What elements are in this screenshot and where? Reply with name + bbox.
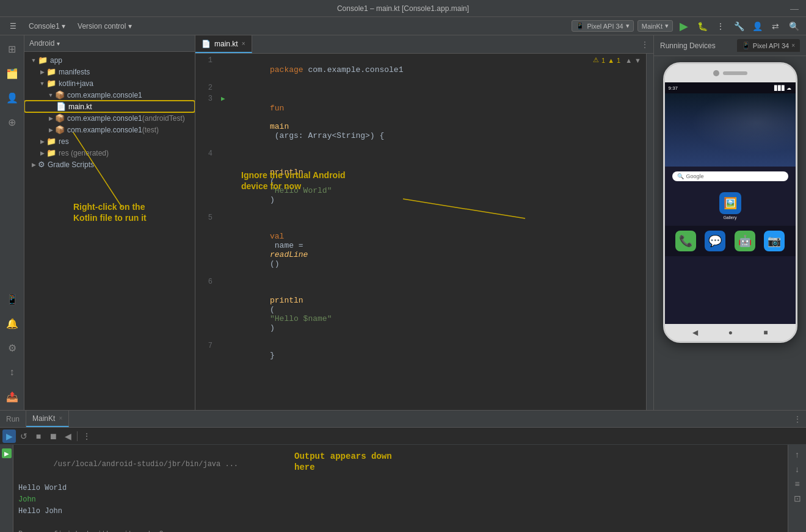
device-tab-close[interactable]: ×: [791, 42, 795, 49]
tab-main-kt[interactable]: 📄 main.kt ×: [195, 35, 252, 53]
tab-close-btn[interactable]: ×: [242, 40, 245, 47]
tree-item-com-example[interactable]: ▼ 📦 com.example.console1: [24, 89, 195, 101]
tree-label-manifests: manifests: [59, 68, 90, 76]
toolbar-close-btn[interactable]: ⏹: [46, 430, 60, 443]
project-selector[interactable]: Console1: [24, 20, 70, 32]
main-area: ⊞ 🗂️ 👤 ⊕ 📱 🔔 ⚙ ↕ 📤 Android ▾ ▼ 📁 app: [0, 35, 806, 410]
bottom-tab-run-label: Run: [6, 415, 20, 423]
side-icon-2[interactable]: ↓: [795, 464, 799, 474]
debug-button[interactable]: 🐛: [695, 19, 710, 34]
line-content-6: println ( "Hello $name" ): [220, 278, 653, 342]
android-label: Android: [29, 39, 54, 48]
phone-nav-recent[interactable]: ■: [763, 328, 768, 337]
side-icon-1[interactable]: ↑: [795, 450, 799, 459]
tree-arrow-app: ▼: [29, 57, 38, 63]
run-play-btn[interactable]: ▶: [2, 448, 12, 458]
android-phone-emulator: 9:37 ▊▊▊ ☁ 🔍 Google: [663, 62, 797, 343]
toolbar-pin-btn[interactable]: ◀: [61, 430, 74, 443]
line-content-1: package com.example.console1: [220, 56, 653, 84]
tree-label-res-generated: res (generated): [59, 149, 109, 157]
annotation-ignore-android: Ignore the virtual Androiddevice for now: [241, 170, 346, 192]
console-exit-line: Process finished with exit code 0: [18, 529, 784, 532]
run-config-selector[interactable]: MainKt ▾: [637, 20, 673, 32]
nav-up-icon[interactable]: ▲: [625, 57, 632, 64]
tab-label: main.kt: [214, 40, 238, 48]
device-tab-icon: 📱: [742, 41, 750, 49]
tree-item-gradle-scripts[interactable]: ▶ ⚙ Gradle Scripts: [24, 159, 195, 170]
run-button[interactable]: ▶: [677, 19, 691, 34]
phone-screen[interactable]: 9:37 ▊▊▊ ☁ 🔍 Google: [665, 82, 796, 324]
phone-dock-android[interactable]: 🤖: [735, 231, 755, 251]
sidebar-header[interactable]: Android ▾: [24, 35, 195, 52]
nav-down-icon[interactable]: ▼: [634, 57, 641, 64]
tree-arrow-com-example: ▼: [46, 92, 55, 98]
toolbar-more-btn[interactable]: ⋮: [80, 430, 93, 443]
phone-dock-messages[interactable]: 💬: [705, 231, 725, 251]
sidebar: Android ▾ ▼ 📁 app ▶ 📁 manifests ▼: [24, 35, 195, 410]
tree-item-app[interactable]: ▼ 📁 app: [24, 54, 195, 66]
phone-nav-home[interactable]: ●: [728, 328, 733, 337]
device-tab-pixel[interactable]: 📱 Pixel API 34 ×: [737, 39, 800, 52]
phone-dock-phone[interactable]: 📞: [675, 231, 696, 251]
more-options-button[interactable]: ⋮: [713, 19, 728, 34]
activity-bar: ⊞ 🗂️ 👤 ⊕ 📱 🔔 ⚙ ↕ 📤: [0, 35, 24, 410]
tools-button-2[interactable]: 👤: [750, 19, 764, 34]
code-line-7: 7 }: [195, 342, 653, 369]
tree-label-com-example: com.example.console1: [67, 91, 142, 99]
code-line-3: 3 ▶ fun main (args: Array<String>) {: [195, 95, 653, 149]
activity-icon-add[interactable]: ⊕: [4, 113, 21, 131]
editor-content[interactable]: ⚠ 1 ▲ 1 ▲ ▼ 1 package com.example.consol…: [195, 54, 653, 410]
run-gutter-arrow[interactable]: ▶: [221, 95, 225, 102]
tree-item-res[interactable]: ▶ 📁 res: [24, 135, 195, 147]
search-button[interactable]: 🔍: [786, 19, 801, 34]
package-icon-com-example: 📦: [55, 90, 65, 99]
tree-label-com-example-test: com.example.console1: [67, 126, 142, 134]
toolbar-stop-btn[interactable]: ■: [32, 430, 45, 443]
tree-item-kotlin-java[interactable]: ▼ 📁 kotlin+java: [24, 77, 195, 89]
tools-button-3[interactable]: ⇄: [768, 19, 783, 34]
phone-app-gallery[interactable]: 🖼️ Gallery: [717, 192, 743, 220]
tree-item-manifests[interactable]: ▶ 📁 manifests: [24, 66, 195, 77]
bottom-tabs-more[interactable]: ⋮: [789, 411, 806, 427]
tree-item-res-generated[interactable]: ▶ 📁 res (generated): [24, 147, 195, 159]
activity-icon-bottom5[interactable]: 📤: [4, 388, 21, 405]
phone-dock-camera[interactable]: 📷: [764, 231, 785, 251]
activity-icon-bookmarks[interactable]: 🗂️: [4, 65, 21, 82]
tab-icon: 📄: [202, 40, 211, 48]
tools-button-1[interactable]: 🔧: [732, 19, 746, 34]
activity-icon-bottom2[interactable]: 🔔: [4, 315, 21, 332]
bottom-tab-run[interactable]: Run: [0, 411, 26, 427]
menu-bar: ☰ Console1 Version control 📱 Pixel API 3…: [0, 17, 806, 35]
folder-icon-kotlin-java: 📁: [46, 79, 56, 88]
tree-item-com-example-android[interactable]: ▶ 📦 com.example.console1 (androidTest): [24, 112, 195, 124]
bottom-tab-mainkt[interactable]: MainKt ×: [26, 411, 69, 427]
tab-more-btn[interactable]: ⋮: [636, 35, 653, 53]
folder-icon-res-generated: 📁: [46, 148, 56, 157]
toolbar-rerun-btn[interactable]: ↺: [17, 430, 31, 443]
activity-icon-account[interactable]: 👤: [4, 89, 21, 106]
hamburger-menu[interactable]: ☰: [5, 20, 21, 32]
file-icon-main-kt: 📄: [56, 102, 66, 111]
version-control-menu[interactable]: Version control: [73, 20, 137, 32]
tree-arrow-com-example-android: ▶: [46, 115, 55, 121]
activity-icon-bottom1[interactable]: 📱: [4, 290, 21, 307]
tree-item-com-example-test[interactable]: ▶ 📦 com.example.console1 (test): [24, 124, 195, 135]
bottom-tab-mainkt-close[interactable]: ×: [59, 415, 62, 422]
tree-item-main-kt[interactable]: 📄 main.kt: [24, 101, 195, 112]
device-selector[interactable]: 📱 Pixel API 34 ▾: [572, 20, 633, 32]
phone-nav-back[interactable]: ◀: [692, 328, 698, 337]
side-icon-4[interactable]: ⊡: [794, 494, 801, 503]
editor-scrollbar[interactable]: [646, 54, 653, 410]
activity-icon-bottom4[interactable]: ↕: [4, 364, 21, 381]
folder-icon-manifests: 📁: [46, 67, 56, 76]
phone-search-bar[interactable]: 🔍 Google: [672, 171, 788, 181]
toolbar-restart-btn[interactable]: ▶: [2, 430, 16, 443]
phone-camera: [713, 70, 719, 76]
activity-icon-structure[interactable]: ⊞: [4, 40, 21, 57]
phone-app-grid: 🖼️ Gallery: [665, 186, 796, 226]
activity-icon-bottom3[interactable]: ⚙: [4, 339, 21, 356]
side-icon-3[interactable]: ≡: [794, 479, 799, 489]
editor-area: 📄 main.kt × ⋮ ⚠ 1 ▲ 1 ▲ ▼ 1 package com.…: [195, 35, 653, 410]
error-count: 1: [617, 57, 620, 64]
minimize-button[interactable]: —: [790, 4, 799, 13]
